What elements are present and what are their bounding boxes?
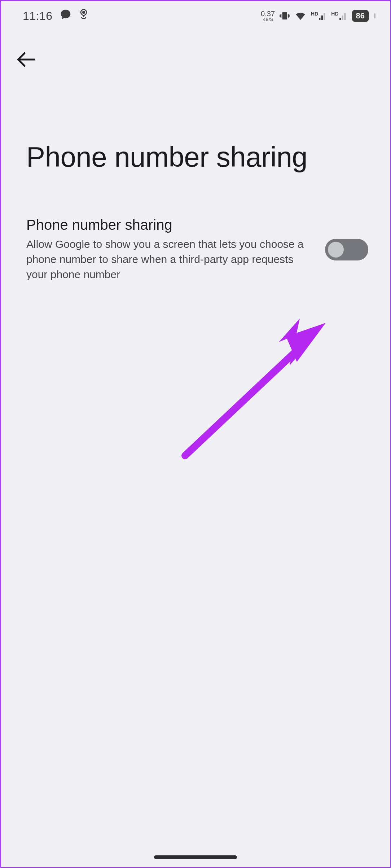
- svg-marker-9: [279, 319, 326, 365]
- location-icon: [79, 8, 89, 23]
- toggle-thumb: [328, 242, 344, 258]
- battery-indicator: 86: [352, 10, 369, 22]
- setting-title: Phone number sharing: [26, 217, 314, 233]
- data-rate-unit: KB/S: [261, 17, 275, 22]
- svg-rect-3: [324, 13, 325, 20]
- chat-icon: [60, 9, 71, 23]
- svg-rect-6: [344, 13, 346, 20]
- setting-description: Allow Google to show you a screen that l…: [26, 237, 314, 282]
- signal-2: HD: [331, 12, 347, 20]
- data-rate: 0.37 KB/S: [261, 10, 275, 22]
- svg-rect-5: [342, 16, 343, 20]
- hd-label-2: HD: [331, 11, 338, 17]
- svg-line-8: [185, 340, 308, 456]
- status-bar-right: 0.37 KB/S HD HD 86: [261, 10, 375, 22]
- battery-tip: [374, 13, 375, 18]
- vibrate-icon: [279, 10, 290, 21]
- status-time: 11:16: [23, 9, 53, 23]
- back-button[interactable]: [16, 65, 37, 71]
- svg-rect-4: [339, 18, 341, 20]
- page-title: Phone number sharing: [1, 72, 390, 174]
- svg-point-0: [83, 12, 84, 13]
- data-rate-value: 0.37: [261, 10, 275, 17]
- setting-text: Phone number sharing Allow Google to sho…: [26, 217, 314, 282]
- hd-label-1: HD: [311, 11, 318, 17]
- annotation-arrow: [178, 319, 333, 463]
- status-bar-left: 11:16: [23, 8, 89, 23]
- svg-marker-10: [286, 323, 326, 362]
- status-bar: 11:16 0.37 KB/S HD HD: [1, 1, 390, 27]
- wifi-icon: [294, 10, 307, 22]
- svg-rect-2: [321, 16, 323, 20]
- navigation-handle[interactable]: [154, 855, 237, 859]
- svg-rect-1: [319, 18, 320, 20]
- signal-1: HD: [311, 12, 327, 20]
- toggle-switch[interactable]: [325, 239, 368, 260]
- setting-row-phone-number-sharing[interactable]: Phone number sharing Allow Google to sho…: [1, 174, 390, 282]
